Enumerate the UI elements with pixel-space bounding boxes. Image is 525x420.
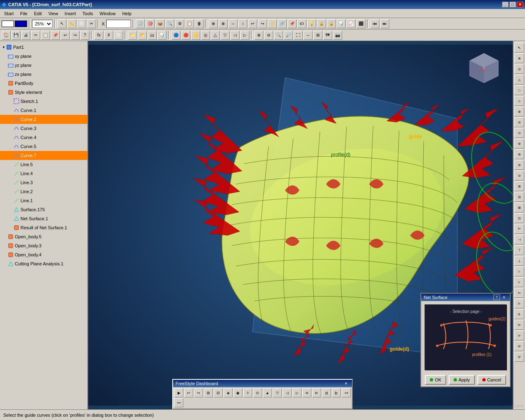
rt-btn3[interactable]: △ — [514, 75, 524, 84]
ns-apply-button[interactable]: Apply — [449, 375, 475, 385]
tb2-btn4[interactable]: ✂ — [31, 31, 40, 40]
tb-btn-4[interactable]: 🔄 — [136, 19, 145, 28]
tb2-btn11[interactable]: # — [104, 31, 113, 40]
tb2-btn6[interactable]: 📌 — [51, 31, 60, 40]
tb2-btn9[interactable]: ? — [80, 31, 89, 40]
tree-item-line1[interactable]: Line.1 — [0, 196, 87, 205]
tb2-btn32[interactable]: 🗺 — [323, 31, 332, 40]
rt-btn9[interactable]: ⊚ — [514, 139, 524, 148]
cursor-tool[interactable]: ↖ — [57, 19, 66, 28]
close-button[interactable]: ✕ — [517, 2, 523, 7]
fs-btn8[interactable]: ◊ — [243, 388, 252, 397]
tb2-btn25[interactable]: ⊕ — [254, 31, 263, 40]
ns-cancel-button[interactable]: Cancel — [477, 375, 506, 385]
tree-item-zx-plane[interactable]: zx plane — [0, 70, 87, 79]
minimize-button[interactable]: _ — [502, 2, 509, 7]
maximize-button[interactable]: □ — [509, 2, 516, 7]
ns-ok-button[interactable]: OK — [425, 375, 446, 385]
rt-btn13[interactable]: ⊞ — [514, 181, 524, 191]
fs-btn6[interactable]: ◈ — [224, 388, 233, 397]
tb2-btn28[interactable]: 🔎 — [284, 31, 293, 40]
menu-file[interactable]: File — [17, 10, 31, 17]
tree-item-style-element[interactable]: Style element — [0, 88, 87, 97]
rt-btn7[interactable]: ⊘ — [514, 117, 524, 127]
fs-btn3[interactable]: ↪ — [194, 388, 203, 397]
tree-root[interactable]: ▼ Part1 — [0, 43, 87, 52]
menu-view[interactable]: View — [45, 10, 62, 17]
rt-btn5[interactable]: ◇ — [514, 96, 524, 106]
fs-btn5[interactable]: ⊟ — [214, 388, 223, 397]
tb-btn-13[interactable]: ↔ — [228, 19, 237, 28]
tb-btn-14[interactable]: ↕ — [238, 19, 247, 28]
tree-item-xy-plane[interactable]: xy plane — [0, 52, 87, 61]
tb-btn-25[interactable]: 📈 — [347, 19, 356, 28]
navigation-cube[interactable]: u — [463, 49, 504, 90]
tb-btn-6[interactable]: 📦 — [155, 19, 164, 28]
coord-x-input[interactable] — [106, 20, 131, 28]
rt-btn29[interactable]: ⊮ — [514, 352, 524, 362]
tree-item-curve5[interactable]: Curve.5 — [0, 142, 87, 151]
fs-btn12[interactable]: ◁ — [283, 388, 292, 397]
tb-btn-5[interactable]: 🎯 — [146, 19, 155, 28]
rt-btn28[interactable]: ⊭ — [514, 341, 524, 351]
tree-item-open-body4[interactable]: Open_body.4 — [0, 250, 87, 259]
rt-btn19[interactable]: ⊤ — [514, 245, 524, 255]
tb2-btn14[interactable]: 📂 — [138, 31, 147, 40]
rt-btn18[interactable]: ⊣ — [514, 235, 524, 244]
tool-btn3[interactable]: ✂ — [87, 19, 96, 28]
rt-btn27[interactable]: ⊬ — [514, 331, 524, 340]
tb-btn-8[interactable]: ⚙ — [175, 19, 184, 28]
tree-item-part-body[interactable]: PartBody — [0, 79, 87, 88]
rt-btn4[interactable]: □ — [514, 85, 524, 95]
menu-help[interactable]: Help — [119, 10, 135, 17]
tb2-btn16[interactable]: 📊 — [158, 31, 167, 40]
tree-item-line3[interactable]: Line.3 — [0, 178, 87, 187]
menu-window[interactable]: Window — [96, 10, 119, 17]
tool-btn2[interactable]: ⬜ — [77, 19, 86, 28]
tb2-btn30[interactable]: ↔ — [304, 31, 313, 40]
rt-btn8[interactable]: ⊙ — [514, 128, 524, 138]
tb-btn-23[interactable]: 🔓 — [327, 19, 336, 28]
rt-btn25[interactable]: ⊪ — [514, 309, 524, 319]
tb-btn-15[interactable]: ↩ — [248, 19, 257, 28]
rt-btn16[interactable]: ⊡ — [514, 213, 524, 223]
tree-item-net-surface1[interactable]: Net Surface.1 — [0, 214, 87, 223]
tb-btn-27[interactable]: ⏮ — [370, 19, 379, 28]
ns-close-btn[interactable]: ✕ — [501, 294, 507, 300]
fs-btn19[interactable]: ⊷ — [174, 398, 183, 407]
rt-btn11[interactable]: ⊜ — [514, 160, 524, 170]
tb2-btn12[interactable]: ⬜ — [114, 31, 123, 40]
color-picker-white[interactable] — [2, 21, 14, 27]
freestyle-close-btn[interactable]: ✕ — [343, 381, 349, 386]
menu-edit[interactable]: Edit — [31, 10, 45, 17]
tree-item-cutting-plane[interactable]: Cutting Plane Analysis.1 — [0, 259, 87, 268]
ns-header[interactable]: Net Surface ? ✕ — [421, 294, 510, 301]
tree-item-curve2[interactable]: Curve.2 — [0, 115, 87, 124]
tb2-btn26[interactable]: ⊖ — [264, 31, 273, 40]
tb2-btn8[interactable]: ↪ — [71, 31, 80, 40]
tree-item-line4[interactable]: Line.4 — [0, 169, 87, 178]
tb2-btn31[interactable]: ⊞ — [313, 31, 322, 40]
tb-btn-20[interactable]: 🏷 — [297, 19, 306, 28]
tb-btn-16[interactable]: ↪ — [258, 19, 267, 28]
tb2-btn17[interactable]: 🔵 — [171, 31, 180, 40]
tb-btn-22[interactable]: 🔒 — [317, 19, 326, 28]
tb-btn-11[interactable]: ⊕ — [209, 19, 218, 28]
tb-btn-18[interactable]: 🔗 — [278, 19, 287, 28]
tb2-btn24[interactable]: ▷ — [240, 31, 249, 40]
tree-item-line2[interactable]: Line.2 — [0, 187, 87, 196]
fs-btn2[interactable]: ↩ — [184, 388, 193, 397]
tb2-btn27[interactable]: 🔍 — [274, 31, 283, 40]
tb2-btn5[interactable]: 📋 — [41, 31, 50, 40]
ns-help-btn[interactable]: ? — [493, 294, 500, 300]
tree-item-result-net[interactable]: Result of Net Surface.1 — [0, 223, 87, 232]
tb2-btn2[interactable]: 💾 — [11, 31, 21, 40]
tb2-btn15[interactable]: 🗂 — [148, 31, 157, 40]
tree-item-curve1[interactable]: Curve.1 — [0, 106, 87, 115]
fs-btn1[interactable]: ▶ — [174, 388, 183, 397]
fs-btn10[interactable]: ▲ — [263, 388, 272, 397]
rt-btn14[interactable]: ⊟ — [514, 192, 524, 202]
tree-item-surface175[interactable]: Surface.175 — [0, 205, 87, 214]
tb2-btn13[interactable]: 📁 — [128, 31, 137, 40]
tb-btn-24[interactable]: 📊 — [337, 19, 346, 28]
